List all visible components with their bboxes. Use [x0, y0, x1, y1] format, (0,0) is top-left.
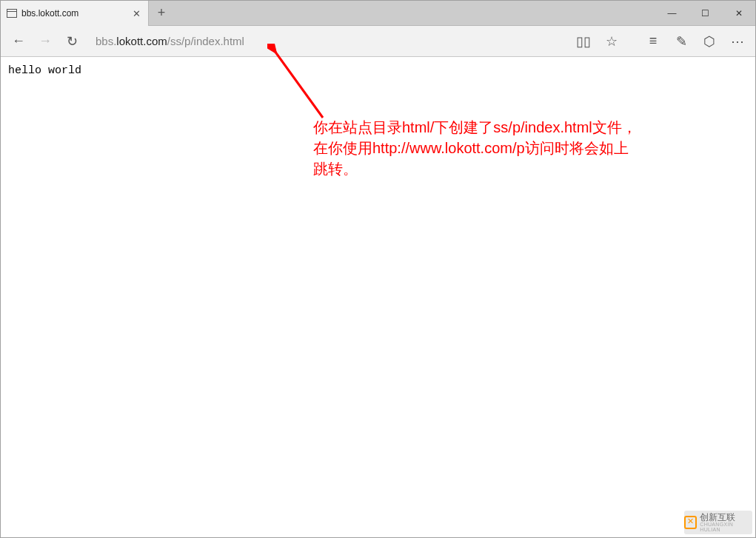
more-icon[interactable]: ⋯: [724, 28, 751, 55]
watermark-logo-icon: [684, 516, 697, 529]
close-window-button[interactable]: ✕: [722, 1, 755, 26]
url-domain: lokott.com: [116, 35, 167, 47]
titlebar: bbs.lokott.com ✕ + — ☐ ✕: [1, 1, 755, 26]
toolbar: ← → ↻ bbs.lokott.com/ss/p/index.html ▯▯ …: [1, 26, 755, 57]
titlebar-drag-area: [174, 1, 655, 25]
new-tab-button[interactable]: +: [149, 1, 174, 25]
address-bar[interactable]: bbs.lokott.com/ss/p/index.html: [93, 30, 563, 53]
annotation-text: 你在站点目录html/下创建了ss/p/index.html文件，在你使用htt…: [313, 117, 640, 179]
minimize-button[interactable]: —: [655, 1, 689, 26]
watermark: 创新互联 CHUANGXIN HULIAN: [684, 511, 752, 534]
back-button[interactable]: ←: [5, 28, 32, 55]
browser-tab[interactable]: bbs.lokott.com ✕: [1, 1, 149, 26]
tab-title: bbs.lokott.com: [21, 8, 130, 19]
body-text: hello world: [8, 64, 81, 77]
watermark-en: CHUANGXIN HULIAN: [700, 522, 752, 532]
hub-icon[interactable]: ≡: [640, 28, 666, 55]
favorite-icon[interactable]: ☆: [598, 28, 625, 55]
window-controls: — ☐ ✕: [655, 1, 755, 25]
notes-icon[interactable]: ✎: [668, 28, 695, 55]
refresh-button[interactable]: ↻: [58, 28, 85, 55]
watermark-cn: 创新互联: [700, 513, 752, 522]
maximize-button[interactable]: ☐: [689, 1, 722, 26]
share-icon[interactable]: ⬡: [696, 28, 723, 55]
reading-view-icon[interactable]: ▯▯: [570, 28, 597, 55]
page-icon: [7, 9, 17, 18]
toolbar-right: ▯▯ ☆ ≡ ✎ ⬡ ⋯: [570, 28, 751, 55]
forward-button[interactable]: →: [32, 28, 58, 55]
url-subdomain: bbs.: [96, 35, 116, 47]
close-tab-icon[interactable]: ✕: [130, 7, 142, 19]
url-path: /ss/p/index.html: [167, 35, 244, 47]
page-content: hello world: [1, 57, 755, 84]
